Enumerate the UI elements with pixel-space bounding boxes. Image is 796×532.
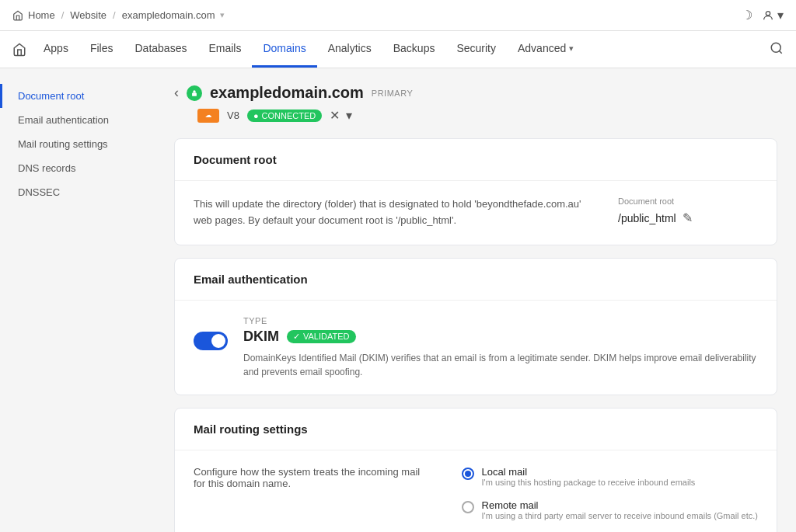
email-auth-content: TYPE DKIM ✓ VALIDATED DomainKeys Identif… bbox=[194, 316, 758, 379]
doc-root-content: This will update the directory (folder) … bbox=[194, 196, 758, 229]
main-layout: Document root Email authentication Mail … bbox=[0, 68, 796, 532]
sidebar-item-email-auth[interactable]: Email authentication bbox=[0, 108, 155, 132]
breadcrumb-sep-2: / bbox=[113, 9, 116, 21]
mail-routing-card: Mail routing settings Configure how the … bbox=[174, 408, 777, 532]
radio-local-label: Local mail bbox=[482, 466, 696, 478]
sidebar-item-dnssec[interactable]: DNSSEC bbox=[0, 180, 155, 204]
dkim-type-label: TYPE bbox=[243, 316, 758, 325]
radio-local-button[interactable] bbox=[462, 468, 474, 480]
nav-bar: Apps Files Databases Emails Domains Anal… bbox=[0, 31, 796, 68]
doc-root-value: Document root /public_html ✎ bbox=[618, 196, 758, 225]
radio-local-sublabel: I'm using this hosting package to receiv… bbox=[482, 478, 696, 487]
domain-secure-icon bbox=[187, 85, 202, 101]
nav-search-button[interactable] bbox=[770, 41, 784, 58]
cloudflare-text: ☁ bbox=[205, 112, 211, 119]
doc-root-description: This will update the directory (folder) … bbox=[194, 196, 587, 229]
dark-mode-button[interactable]: ☽ bbox=[742, 8, 752, 23]
dkim-description: DomainKeys Identified Mail (DKIM) verifi… bbox=[243, 351, 758, 379]
document-root-card-body: This will update the directory (folder) … bbox=[175, 181, 777, 245]
domain-close-button[interactable]: ✕ bbox=[330, 108, 340, 123]
breadcrumb-home[interactable]: Home bbox=[28, 9, 55, 21]
user-icon bbox=[762, 9, 774, 22]
validated-check-icon: ✓ bbox=[293, 332, 300, 342]
validated-label: VALIDATED bbox=[303, 332, 350, 341]
domain-meta-actions: ✕ ▾ bbox=[330, 108, 352, 123]
content-area: ‹ exampledomain.com PRIMARY ☁ V8 ● CONNE… bbox=[155, 68, 796, 532]
svg-point-1 bbox=[771, 43, 780, 52]
domain-primary-badge: PRIMARY bbox=[372, 89, 413, 98]
document-root-card-header: Document root bbox=[175, 139, 777, 181]
radio-local-text: Local mail I'm using this hosting packag… bbox=[482, 466, 696, 487]
nav-item-apps[interactable]: Apps bbox=[33, 31, 79, 68]
moon-icon: ☽ bbox=[742, 8, 752, 23]
browser-bar: Home / Website / exampledomain.com ▾ ☽ ▾ bbox=[0, 0, 796, 31]
dkim-title-row: DKIM ✓ VALIDATED bbox=[243, 329, 758, 345]
nav-item-emails[interactable]: Emails bbox=[197, 31, 252, 68]
browser-bar-actions: ☽ ▾ bbox=[742, 8, 784, 23]
svg-line-2 bbox=[779, 50, 781, 53]
email-auth-card: Email authentication TYPE DKIM ✓ VALIDA bbox=[174, 258, 777, 395]
mail-routing-description: Configure how the system treats the inco… bbox=[194, 466, 431, 489]
sidebar-item-mail-routing[interactable]: Mail routing settings bbox=[0, 132, 155, 156]
close-icon: ✕ bbox=[330, 108, 340, 123]
lock-icon bbox=[190, 89, 198, 98]
radio-remote-sublabel: I'm using a third party email server to … bbox=[482, 511, 758, 520]
dkim-title: DKIM bbox=[243, 329, 279, 345]
sidebar: Document root Email authentication Mail … bbox=[0, 68, 155, 532]
mail-routing-card-body: Configure how the system treats the inco… bbox=[175, 450, 777, 532]
toggle-thumb bbox=[211, 334, 225, 348]
doc-root-edit-button[interactable]: ✎ bbox=[683, 210, 693, 225]
nav-items: Apps Files Databases Emails Domains Anal… bbox=[33, 31, 770, 68]
user-dropdown-icon: ▾ bbox=[777, 8, 784, 23]
domain-meta: ☁ V8 ● CONNECTED ✕ ▾ bbox=[197, 108, 777, 123]
back-icon: ‹ bbox=[174, 85, 179, 100]
dkim-toggle[interactable] bbox=[194, 332, 228, 350]
nav-item-files[interactable]: Files bbox=[79, 31, 124, 68]
breadcrumb-sep-1: / bbox=[61, 9, 65, 21]
doc-root-value-label: Document root bbox=[618, 196, 758, 206]
radio-remote-label: Remote mail bbox=[482, 499, 758, 511]
doc-root-path: /public_html ✎ bbox=[618, 210, 758, 225]
nav-home-icon bbox=[12, 43, 26, 57]
chevron-down-icon: ▾ bbox=[346, 108, 352, 123]
home-icon bbox=[12, 10, 23, 21]
document-root-card: Document root This will update the direc… bbox=[174, 138, 777, 245]
user-menu-button[interactable]: ▾ bbox=[762, 8, 784, 23]
domain-back-button[interactable]: ‹ bbox=[174, 85, 179, 101]
nav-item-analytics[interactable]: Analytics bbox=[317, 31, 382, 68]
sidebar-item-document-root[interactable]: Document root bbox=[0, 84, 155, 108]
radio-option-remote[interactable]: Remote mail I'm using a third party emai… bbox=[462, 499, 758, 520]
connected-badge: ● CONNECTED bbox=[247, 110, 322, 122]
email-auth-card-header: Email authentication bbox=[175, 259, 777, 301]
svg-rect-3 bbox=[192, 92, 197, 96]
radio-remote-text: Remote mail I'm using a third party emai… bbox=[482, 499, 758, 520]
cloudflare-icon: ☁ bbox=[197, 109, 219, 123]
nav-item-security[interactable]: Security bbox=[445, 31, 507, 68]
breadcrumb: Home / Website / exampledomain.com ▾ bbox=[12, 9, 225, 21]
search-icon bbox=[770, 41, 784, 55]
nav-item-advanced[interactable]: Advanced ▾ bbox=[507, 31, 585, 68]
nav-home-button[interactable] bbox=[12, 43, 26, 57]
email-auth-card-body: TYPE DKIM ✓ VALIDATED DomainKeys Identif… bbox=[175, 301, 777, 395]
dkim-info: TYPE DKIM ✓ VALIDATED DomainKeys Identif… bbox=[243, 316, 758, 379]
domain-header: ‹ exampledomain.com PRIMARY bbox=[174, 84, 777, 102]
sidebar-item-dns-records[interactable]: DNS records bbox=[0, 156, 155, 180]
mail-routing-card-header: Mail routing settings bbox=[175, 409, 777, 450]
domain-name: exampledomain.com bbox=[210, 84, 364, 102]
breadcrumb-website[interactable]: Website bbox=[70, 9, 106, 21]
edit-icon: ✎ bbox=[683, 211, 693, 224]
nav-item-domains[interactable]: Domains bbox=[252, 31, 316, 68]
mail-routing-content: Configure how the system treats the inco… bbox=[194, 466, 758, 532]
version-badge: V8 bbox=[227, 110, 239, 121]
nav-item-backups[interactable]: Backups bbox=[382, 31, 446, 68]
mail-routing-options: Local mail I'm using this hosting packag… bbox=[462, 466, 758, 532]
breadcrumb-dropdown-icon[interactable]: ▾ bbox=[220, 10, 225, 20]
radio-option-local[interactable]: Local mail I'm using this hosting packag… bbox=[462, 466, 758, 487]
validated-badge: ✓ VALIDATED bbox=[287, 330, 356, 343]
nav-item-databases[interactable]: Databases bbox=[124, 31, 197, 68]
domain-chevron-button[interactable]: ▾ bbox=[346, 108, 352, 123]
radio-remote-button[interactable] bbox=[462, 501, 474, 513]
connected-dot: ● bbox=[253, 111, 259, 120]
advanced-dropdown-icon: ▾ bbox=[569, 43, 574, 54]
breadcrumb-domain[interactable]: exampledomain.com bbox=[122, 9, 215, 21]
